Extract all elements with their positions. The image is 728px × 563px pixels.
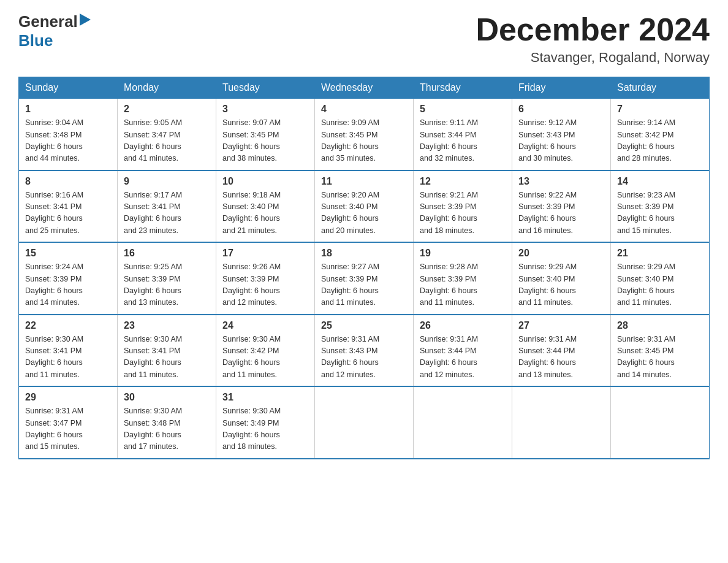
day-number: 11	[321, 176, 407, 187]
calendar-cell: 9 Sunrise: 9:17 AMSunset: 3:41 PMDayligh…	[118, 170, 216, 243]
day-number: 2	[124, 104, 210, 115]
day-number: 14	[617, 176, 703, 187]
calendar-cell	[611, 386, 710, 459]
day-number: 16	[124, 248, 210, 259]
week-row-2: 8 Sunrise: 9:16 AMSunset: 3:41 PMDayligh…	[19, 170, 710, 243]
day-number: 13	[518, 176, 604, 187]
day-info: Sunrise: 9:22 AMSunset: 3:39 PMDaylight:…	[518, 191, 577, 235]
calendar-cell: 12 Sunrise: 9:21 AMSunset: 3:39 PMDaylig…	[414, 170, 512, 243]
day-number: 23	[124, 320, 210, 331]
day-number: 26	[420, 320, 506, 331]
day-number: 15	[25, 248, 111, 259]
day-info: Sunrise: 9:28 AMSunset: 3:39 PMDaylight:…	[420, 262, 478, 307]
calendar-cell	[414, 386, 512, 459]
day-number: 7	[617, 104, 703, 115]
day-number: 22	[25, 320, 111, 331]
day-number: 1	[25, 104, 111, 115]
day-info: Sunrise: 9:11 AMSunset: 3:44 PMDaylight:…	[420, 118, 478, 163]
day-number: 24	[222, 320, 308, 331]
calendar-cell: 19 Sunrise: 9:28 AMSunset: 3:39 PMDaylig…	[414, 242, 512, 315]
day-number: 9	[124, 176, 210, 187]
month-title: December 2024	[476, 12, 710, 47]
day-number: 18	[321, 248, 407, 259]
day-number: 4	[321, 104, 407, 115]
day-number: 8	[25, 176, 111, 187]
day-number: 20	[518, 248, 604, 259]
day-info: Sunrise: 9:05 AMSunset: 3:47 PMDaylight:…	[124, 118, 182, 163]
day-info: Sunrise: 9:31 AMSunset: 3:43 PMDaylight:…	[321, 335, 379, 379]
calendar-cell: 3 Sunrise: 9:07 AMSunset: 3:45 PMDayligh…	[216, 99, 315, 170]
svg-marker-0	[80, 13, 91, 26]
day-number: 28	[617, 320, 703, 331]
calendar-cell: 21 Sunrise: 9:29 AMSunset: 3:40 PMDaylig…	[611, 242, 710, 315]
calendar-cell: 23 Sunrise: 9:30 AMSunset: 3:41 PMDaylig…	[118, 315, 216, 387]
day-number: 3	[222, 104, 308, 115]
calendar-cell	[315, 386, 414, 459]
calendar-cell: 6 Sunrise: 9:12 AMSunset: 3:43 PMDayligh…	[512, 99, 611, 170]
day-info: Sunrise: 9:30 AMSunset: 3:42 PMDaylight:…	[222, 335, 281, 379]
day-info: Sunrise: 9:30 AMSunset: 3:41 PMDaylight:…	[25, 335, 83, 379]
week-row-1: 1 Sunrise: 9:04 AMSunset: 3:48 PMDayligh…	[19, 99, 710, 170]
day-number: 21	[617, 248, 703, 259]
calendar-cell	[512, 386, 611, 459]
calendar-cell: 13 Sunrise: 9:22 AMSunset: 3:39 PMDaylig…	[512, 170, 611, 243]
day-info: Sunrise: 9:30 AMSunset: 3:41 PMDaylight:…	[124, 335, 182, 379]
day-info: Sunrise: 9:27 AMSunset: 3:39 PMDaylight:…	[321, 262, 379, 307]
day-info: Sunrise: 9:31 AMSunset: 3:47 PMDaylight:…	[25, 407, 83, 451]
day-info: Sunrise: 9:17 AMSunset: 3:41 PMDaylight:…	[124, 191, 182, 235]
day-info: Sunrise: 9:21 AMSunset: 3:39 PMDaylight:…	[420, 191, 478, 235]
day-info: Sunrise: 9:14 AMSunset: 3:42 PMDaylight:…	[617, 118, 675, 163]
day-number: 31	[222, 392, 308, 403]
day-number: 10	[222, 176, 308, 187]
calendar-cell: 17 Sunrise: 9:26 AMSunset: 3:39 PMDaylig…	[216, 242, 315, 315]
day-info: Sunrise: 9:31 AMSunset: 3:44 PMDaylight:…	[518, 335, 577, 379]
title-block: December 2024 Stavanger, Rogaland, Norwa…	[476, 12, 710, 66]
calendar-cell: 14 Sunrise: 9:23 AMSunset: 3:39 PMDaylig…	[611, 170, 710, 243]
day-info: Sunrise: 9:12 AMSunset: 3:43 PMDaylight:…	[518, 118, 577, 163]
day-info: Sunrise: 9:29 AMSunset: 3:40 PMDaylight:…	[518, 262, 577, 307]
day-info: Sunrise: 9:31 AMSunset: 3:45 PMDaylight:…	[617, 335, 675, 379]
calendar-cell: 16 Sunrise: 9:25 AMSunset: 3:39 PMDaylig…	[118, 242, 216, 315]
day-header-saturday: Saturday	[611, 77, 710, 99]
day-info: Sunrise: 9:26 AMSunset: 3:39 PMDaylight:…	[222, 262, 281, 307]
calendar-cell: 11 Sunrise: 9:20 AMSunset: 3:40 PMDaylig…	[315, 170, 414, 243]
calendar-cell: 31 Sunrise: 9:30 AMSunset: 3:49 PMDaylig…	[216, 386, 315, 459]
day-header-thursday: Thursday	[414, 77, 512, 99]
day-header-monday: Monday	[118, 77, 216, 99]
day-info: Sunrise: 9:25 AMSunset: 3:39 PMDaylight:…	[124, 262, 182, 307]
calendar-cell: 5 Sunrise: 9:11 AMSunset: 3:44 PMDayligh…	[414, 99, 512, 170]
calendar-cell: 1 Sunrise: 9:04 AMSunset: 3:48 PMDayligh…	[19, 99, 118, 170]
calendar-cell: 24 Sunrise: 9:30 AMSunset: 3:42 PMDaylig…	[216, 315, 315, 387]
calendar-cell: 18 Sunrise: 9:27 AMSunset: 3:39 PMDaylig…	[315, 242, 414, 315]
day-info: Sunrise: 9:04 AMSunset: 3:48 PMDaylight:…	[25, 118, 83, 163]
calendar-table: SundayMondayTuesdayWednesdayThursdayFrid…	[18, 77, 710, 459]
location-title: Stavanger, Rogaland, Norway	[476, 50, 710, 66]
calendar-cell: 28 Sunrise: 9:31 AMSunset: 3:45 PMDaylig…	[611, 315, 710, 387]
logo-arrow-icon	[80, 13, 91, 28]
calendar-cell: 25 Sunrise: 9:31 AMSunset: 3:43 PMDaylig…	[315, 315, 414, 387]
day-number: 27	[518, 320, 604, 331]
calendar-cell: 27 Sunrise: 9:31 AMSunset: 3:44 PMDaylig…	[512, 315, 611, 387]
calendar-cell: 15 Sunrise: 9:24 AMSunset: 3:39 PMDaylig…	[19, 242, 118, 315]
day-header-friday: Friday	[512, 77, 611, 99]
logo: General Blue	[18, 12, 91, 50]
page-header: General Blue December 2024 Stavanger, Ro…	[18, 12, 710, 66]
day-header-tuesday: Tuesday	[216, 77, 315, 99]
day-header-wednesday: Wednesday	[315, 77, 414, 99]
calendar-cell: 8 Sunrise: 9:16 AMSunset: 3:41 PMDayligh…	[19, 170, 118, 243]
days-header-row: SundayMondayTuesdayWednesdayThursdayFrid…	[19, 77, 710, 99]
calendar-cell: 29 Sunrise: 9:31 AMSunset: 3:47 PMDaylig…	[19, 386, 118, 459]
week-row-5: 29 Sunrise: 9:31 AMSunset: 3:47 PMDaylig…	[19, 386, 710, 459]
day-number: 6	[518, 104, 604, 115]
day-number: 19	[420, 248, 506, 259]
logo-general-text: General	[18, 12, 78, 31]
calendar-cell: 30 Sunrise: 9:30 AMSunset: 3:48 PMDaylig…	[118, 386, 216, 459]
calendar-cell: 7 Sunrise: 9:14 AMSunset: 3:42 PMDayligh…	[611, 99, 710, 170]
calendar-cell: 2 Sunrise: 9:05 AMSunset: 3:47 PMDayligh…	[118, 99, 216, 170]
day-info: Sunrise: 9:24 AMSunset: 3:39 PMDaylight:…	[25, 262, 83, 307]
day-info: Sunrise: 9:16 AMSunset: 3:41 PMDaylight:…	[25, 191, 83, 235]
calendar-cell: 22 Sunrise: 9:30 AMSunset: 3:41 PMDaylig…	[19, 315, 118, 387]
calendar-cell: 4 Sunrise: 9:09 AMSunset: 3:45 PMDayligh…	[315, 99, 414, 170]
day-info: Sunrise: 9:20 AMSunset: 3:40 PMDaylight:…	[321, 191, 379, 235]
calendar-cell: 26 Sunrise: 9:31 AMSunset: 3:44 PMDaylig…	[414, 315, 512, 387]
